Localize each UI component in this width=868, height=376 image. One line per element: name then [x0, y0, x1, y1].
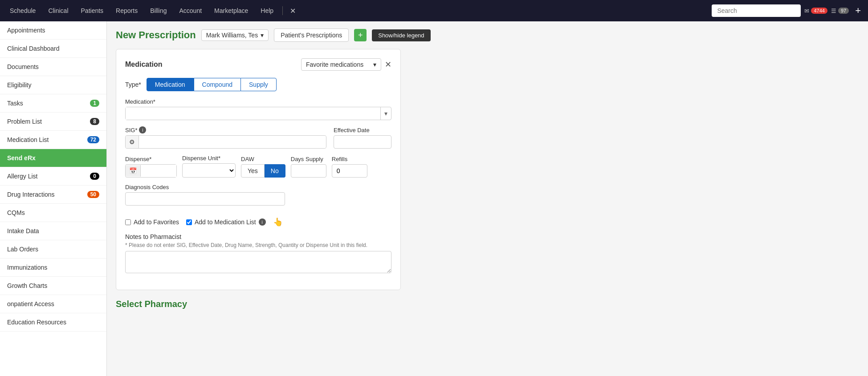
days-supply-input[interactable]: [291, 164, 326, 178]
sidebar-label-drug-interactions: Drug Interactions: [7, 191, 55, 198]
refills-label: Refills: [332, 156, 367, 162]
add-to-favorites-checkbox[interactable]: Add to Favorites: [125, 218, 179, 226]
notes-hint: * Please do not enter SIG, Effective Dat…: [125, 242, 391, 248]
effective-date-input[interactable]: [334, 135, 391, 149]
medication-label: Medication*: [125, 98, 391, 105]
select-pharmacy-title: Select Pharmacy: [116, 299, 859, 309]
sidebar-item-documents[interactable]: Documents: [0, 58, 106, 76]
dispense-label: Dispense*: [125, 156, 177, 162]
days-supply-label: Days Supply: [291, 156, 326, 162]
sidebar-item-drug-interactions[interactable]: Drug Interactions 50: [0, 186, 106, 204]
add-to-favorites-input[interactable]: [125, 219, 131, 225]
sidebar-label-allergy-list: Allergy List: [7, 173, 37, 180]
notif-count: 97: [838, 8, 849, 14]
add-to-medication-list-input[interactable]: [186, 219, 192, 225]
sidebar-item-lab-orders[interactable]: Lab Orders: [0, 240, 106, 259]
patient-prescriptions-button[interactable]: Patient's Prescriptions: [274, 28, 349, 42]
sidebar-label-tasks: Tasks: [7, 100, 23, 107]
add-button[interactable]: +: [852, 5, 864, 16]
dispense-input-wrapper: 📅: [125, 164, 177, 178]
dispense-calendar-icon[interactable]: 📅: [126, 165, 141, 177]
sig-input[interactable]: [139, 136, 326, 148]
sidebar-item-tasks[interactable]: Tasks 1: [0, 94, 106, 113]
medication-input[interactable]: [126, 107, 380, 120]
dispense-unit-label: Dispense Unit*: [182, 155, 236, 162]
type-supply-button[interactable]: Supply: [240, 78, 277, 91]
sig-info-icon[interactable]: i: [139, 126, 146, 133]
sidebar: Appointments Clinical Dashboard Document…: [0, 21, 107, 376]
patient-dropdown-chevron-icon: ▾: [261, 32, 264, 39]
sidebar-item-allergy-list[interactable]: Allergy List 0: [0, 167, 106, 186]
sidebar-item-appointments[interactable]: Appointments: [0, 21, 106, 40]
notes-textarea[interactable]: [125, 251, 391, 273]
sidebar-item-onpatient-access[interactable]: onpatient Access: [0, 295, 106, 313]
notes-label: Notes to Pharmacist: [125, 233, 391, 240]
cursor-pointer-icon: 👆: [273, 217, 283, 227]
sidebar-label-medication-list: Medication List: [7, 136, 49, 143]
sidebar-item-medication-list[interactable]: Medication List 72: [0, 131, 106, 149]
show-hide-legend-button[interactable]: Show/hide legend: [372, 29, 430, 41]
add-prescription-button[interactable]: +: [354, 29, 367, 41]
nav-schedule[interactable]: Schedule: [4, 4, 41, 17]
daw-label: DAW: [241, 156, 285, 162]
type-medication-button[interactable]: Medication: [147, 78, 194, 91]
sig-input-wrapper: ⚙: [125, 135, 326, 149]
medication-list-badge: 72: [87, 136, 99, 143]
nav-marketplace[interactable]: Marketplace: [209, 4, 253, 17]
sidebar-label-growth-charts: Growth Charts: [7, 282, 47, 289]
dispense-group: Dispense* 📅: [125, 156, 177, 178]
type-compound-button[interactable]: Compound: [194, 78, 241, 91]
sidebar-label-cqms: CQMs: [7, 209, 25, 216]
nav-help[interactable]: Help: [255, 4, 279, 17]
effective-date-label: Effective Date: [334, 127, 391, 133]
search-input[interactable]: [712, 4, 801, 17]
mail-badge[interactable]: ✉ 4744: [804, 8, 827, 14]
diagnosis-codes-input[interactable]: [125, 192, 285, 206]
nav-reports[interactable]: Reports: [110, 4, 143, 17]
refills-input[interactable]: [332, 164, 367, 178]
notif-icon: ☰: [831, 8, 836, 14]
card-close-icon[interactable]: ✕: [385, 60, 391, 69]
sidebar-item-eligibility[interactable]: Eligibility: [0, 76, 106, 94]
sig-settings-icon[interactable]: ⚙: [126, 136, 139, 148]
sidebar-item-send-erx[interactable]: Send eRx: [0, 149, 106, 167]
drug-interactions-badge: 50: [87, 191, 99, 198]
dispense-unit-select[interactable]: [182, 163, 236, 178]
medication-card: Medication Favorite medications ▾ ✕ Type…: [116, 49, 401, 290]
favorite-dropdown-chevron-icon: ▾: [373, 61, 376, 68]
sidebar-item-clinical-dashboard[interactable]: Clinical Dashboard: [0, 40, 106, 58]
nav-account[interactable]: Account: [174, 4, 208, 17]
add-to-medication-list-checkbox[interactable]: Add to Medication List i: [186, 218, 266, 226]
sidebar-label-eligibility: Eligibility: [7, 81, 31, 89]
card-header: Medication Favorite medications ▾ ✕: [125, 58, 391, 71]
add-to-medication-list-label: Add to Medication List: [195, 218, 256, 226]
medication-dropdown-icon[interactable]: ▾: [380, 107, 391, 120]
diagnosis-codes-label: Diagnosis Codes: [125, 184, 391, 190]
dispense-input[interactable]: [141, 165, 176, 177]
daw-yes-button[interactable]: Yes: [241, 164, 265, 178]
nav-billing[interactable]: Billing: [145, 4, 172, 17]
sidebar-label-immunizations: Immunizations: [7, 264, 47, 271]
medication-list-info-icon[interactable]: i: [259, 218, 266, 226]
card-title: Medication: [125, 61, 163, 69]
sidebar-item-education-resources[interactable]: Education Resources: [0, 313, 106, 332]
daw-buttons: Yes No: [241, 164, 285, 178]
patient-dropdown[interactable]: Mark Williams, Tes ▾: [201, 29, 269, 41]
nav-patients[interactable]: Patients: [76, 4, 109, 17]
sidebar-label-intake-data: Intake Data: [7, 227, 39, 234]
nav-clinical[interactable]: Clinical: [43, 4, 73, 17]
sidebar-item-growth-charts[interactable]: Growth Charts: [0, 277, 106, 295]
type-row: Type* Medication Compound Supply: [125, 78, 391, 91]
daw-no-button[interactable]: No: [265, 164, 285, 178]
sidebar-item-problem-list[interactable]: Problem List 8: [0, 113, 106, 131]
effective-date-group: Effective Date: [334, 127, 391, 149]
sidebar-item-intake-data[interactable]: Intake Data: [0, 222, 106, 240]
sidebar-item-immunizations[interactable]: Immunizations: [0, 259, 106, 277]
sidebar-item-cqms[interactable]: CQMs: [0, 204, 106, 222]
nav-close-icon[interactable]: ✕: [286, 5, 299, 17]
sidebar-label-send-erx: Send eRx: [7, 154, 36, 162]
notif-badge[interactable]: ☰ 97: [831, 8, 849, 14]
favorite-medications-dropdown[interactable]: Favorite medications ▾: [301, 58, 381, 71]
medication-input-wrapper: ▾: [125, 107, 391, 120]
type-label: Type*: [125, 81, 141, 88]
